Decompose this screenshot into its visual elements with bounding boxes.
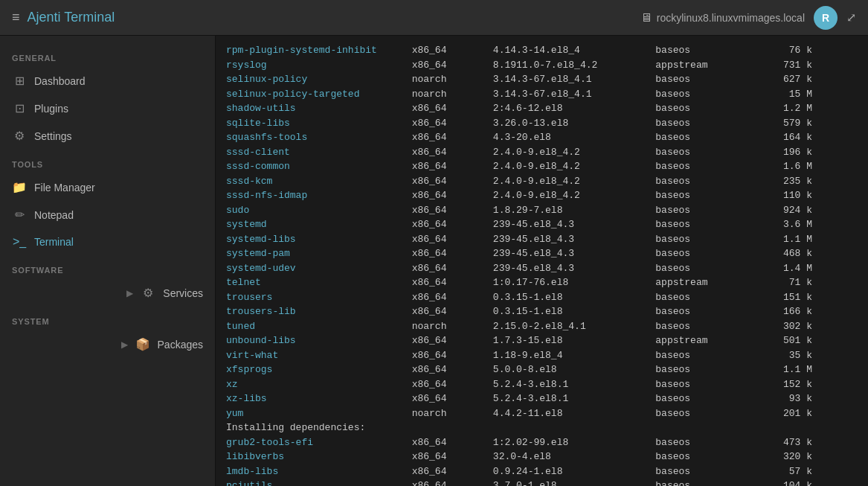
app-name: Ajenti: [28, 10, 61, 25]
table-row: tuned noarch 2.15.0-2.el8_4.1 baseos 302…: [226, 319, 858, 334]
general-section-label: GENERAL: [0, 43, 215, 67]
hamburger-icon[interactable]: ≡: [12, 10, 20, 25]
chevron-right-icon: ▶: [126, 288, 133, 298]
sidebar-notepad-label: Notepad: [34, 209, 74, 221]
table-row: rsyslog x86_64 8.1911.0-7.el8_4.2 appstr…: [226, 58, 858, 73]
table-row: virt-what x86_64 1.18-9.el8_4 baseos 35 …: [226, 348, 858, 363]
table-row: sudo x86_64 1.8.29-7.el8 baseos 924 k: [226, 203, 858, 218]
topbar: ≡ Ajenti Terminal 🖥 rockylinux8.linuxvmi…: [0, 0, 868, 36]
sidebar-item-dashboard[interactable]: ⊞ Dashboard: [0, 67, 215, 95]
topbar-left: ≡ Ajenti Terminal: [12, 10, 115, 25]
topbar-right: 🖥 rockylinux8.linuxvmimages.local R ⤢: [640, 6, 856, 30]
table-row: selinux-policy noarch 3.14.3-67.el8_4.1 …: [226, 72, 858, 87]
table-row: rpm-plugin-systemd-inhibit x86_64 4.14.3…: [226, 43, 858, 58]
host-name: rockylinux8.linuxvmimages.local: [657, 12, 805, 24]
table-row: yum noarch 4.4.2-11.el8 baseos 201 k: [226, 406, 858, 421]
table-row: xfsprogs x86_64 5.0.0-8.el8 baseos 1.1 M: [226, 362, 858, 377]
sidebar-services-label: Services: [163, 287, 203, 299]
sidebar: GENERAL ⊞ Dashboard ⊡ Plugins ⚙ Settings…: [0, 36, 216, 486]
expand-icon[interactable]: ⤢: [846, 10, 856, 25]
table-row: systemd x86_64 239-45.el8_4.3 baseos 3.6…: [226, 217, 858, 232]
table-row: grub2-tools-efi x86_64 1:2.02-99.el8 bas…: [226, 435, 858, 450]
sidebar-item-packages[interactable]: ▶ 📦 Packages: [0, 330, 215, 358]
table-row: sssd-client x86_64 2.4.0-9.el8_4.2 baseo…: [226, 145, 858, 160]
terminal-output[interactable]: rpm-plugin-systemd-inhibit x86_64 4.14.3…: [216, 36, 868, 486]
chevron-right-icon-pkg: ▶: [121, 339, 128, 350]
sidebar-terminal-label: Terminal: [34, 236, 74, 248]
table-row: systemd-libs x86_64 239-45.el8_4.3 baseo…: [226, 232, 858, 247]
host-info: 🖥 rockylinux8.linuxvmimages.local: [640, 11, 805, 25]
table-row: sssd-nfs-idmap x86_64 2.4.0-9.el8_4.2 ba…: [226, 188, 858, 203]
table-row: xz x86_64 5.2.4-3.el8.1 baseos 152 k: [226, 377, 858, 392]
folder-icon: 📁: [12, 180, 27, 194]
avatar[interactable]: R: [814, 6, 838, 30]
installing-deps-label: Installing dependencies:: [226, 421, 858, 435]
table-row: systemd-udev x86_64 239-45.el8_4.3 baseo…: [226, 261, 858, 276]
table-row: selinux-policy-targeted noarch 3.14.3-67…: [226, 87, 858, 102]
table-row: xz-libs x86_64 5.2.4-3.el8.1 baseos 93 k: [226, 391, 858, 406]
table-row: shadow-utils x86_64 2:4.6-12.el8 baseos …: [226, 101, 858, 116]
table-row: trousers-lib x86_64 0.3.15-1.el8 baseos …: [226, 304, 858, 319]
sidebar-settings-label: Settings: [34, 130, 72, 142]
tools-section-label: TOOLS: [0, 150, 215, 173]
table-row: squashfs-tools x86_64 4.3-20.el8 baseos …: [226, 130, 858, 145]
table-row: telnet x86_64 1:0.17-76.el8 appstream 71…: [226, 275, 858, 290]
services-icon: ⚙: [141, 286, 155, 300]
table-row: trousers x86_64 0.3.15-1.el8 baseos 151 …: [226, 290, 858, 305]
table-row: systemd-pam x86_64 239-45.el8_4.3 baseos…: [226, 246, 858, 261]
sidebar-item-terminal[interactable]: >_ Terminal: [0, 228, 215, 255]
notepad-icon: ✏: [12, 208, 27, 222]
table-row: libibverbs x86_64 32.0-4.el8 baseos 320 …: [226, 450, 858, 464]
terminal-icon: >_: [12, 235, 27, 249]
sidebar-item-services[interactable]: ▶ ⚙ Services: [0, 279, 215, 307]
table-row: sqlite-libs x86_64 3.26.0-13.el8 baseos …: [226, 116, 858, 131]
app-subtitle: Terminal: [64, 10, 115, 25]
plugins-icon: ⊡: [12, 101, 27, 115]
table-row: lmdb-libs x86_64 0.9.24-1.el8 baseos 57 …: [226, 464, 858, 479]
main-layout: GENERAL ⊞ Dashboard ⊡ Plugins ⚙ Settings…: [0, 36, 868, 486]
gear-icon: ⚙: [12, 129, 27, 143]
sidebar-dashboard-label: Dashboard: [34, 75, 86, 87]
sidebar-packages-label: Packages: [158, 339, 203, 351]
table-row: unbound-libs x86_64 1.7.3-15.el8 appstre…: [226, 333, 858, 348]
software-section-label: SOFTWARE: [0, 255, 215, 279]
table-row: pciutils x86_64 3.7.0-1.el8 baseos 104 k: [226, 479, 858, 486]
dashboard-icon: ⊞: [12, 74, 27, 88]
sidebar-item-settings[interactable]: ⚙ Settings: [0, 122, 215, 150]
table-row: sssd-kcm x86_64 2.4.0-9.el8_4.2 baseos 2…: [226, 174, 858, 189]
table-row: sssd-common x86_64 2.4.0-9.el8_4.2 baseo…: [226, 159, 858, 174]
sidebar-file-manager-label: File Manager: [34, 182, 95, 194]
sidebar-plugins-label: Plugins: [34, 103, 68, 115]
sidebar-item-notepad[interactable]: ✏ Notepad: [0, 201, 215, 228]
app-title: Ajenti Terminal: [28, 10, 115, 25]
sidebar-item-file-manager[interactable]: 📁 File Manager: [0, 173, 215, 201]
server-icon: 🖥: [640, 11, 652, 25]
system-section-label: SYSTEM: [0, 307, 215, 330]
packages-icon: 📦: [135, 337, 150, 351]
sidebar-item-plugins[interactable]: ⊡ Plugins: [0, 95, 215, 122]
